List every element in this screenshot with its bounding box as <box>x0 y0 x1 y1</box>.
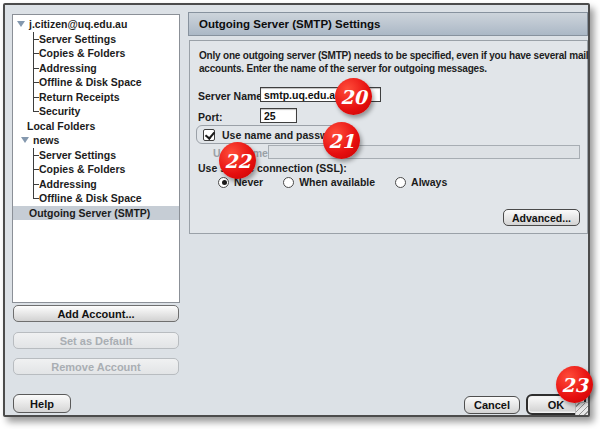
radio-unselected-icon[interactable] <box>283 177 294 188</box>
tree-item-news-root[interactable]: news <box>13 133 179 148</box>
disclosure-triangle-icon[interactable] <box>21 137 29 143</box>
ssl-option-label: Always <box>411 176 447 188</box>
panel-header: Outgoing Server (SMTP) Settings <box>188 12 588 36</box>
radio-selected-icon[interactable] <box>218 177 229 188</box>
tree-item-label: Addressing <box>39 178 97 190</box>
tree-item-label: j.citizen@uq.edu.au <box>29 18 127 30</box>
user-name-input <box>268 145 580 159</box>
server-name-label: Server Name: <box>198 90 266 102</box>
annotation-badge-23: 23 <box>556 366 593 403</box>
annotation-badge-21: 21 <box>323 122 360 159</box>
advanced-button[interactable]: Advanced... <box>503 209 580 226</box>
tree-item-label: Local Folders <box>27 120 95 132</box>
tree-item-label: Server Settings <box>39 149 116 161</box>
ssl-option-label: When available <box>299 176 375 188</box>
tree-item-label: Outgoing Server (SMTP) <box>29 207 150 219</box>
tree-item-news-server-settings[interactable]: Server Settings <box>13 148 179 163</box>
tree-item-label: Offline & Disk Space <box>39 76 142 88</box>
cancel-button[interactable]: Cancel <box>464 396 520 414</box>
tree-item-news-copies-folders[interactable]: Copies & Folders <box>13 162 179 177</box>
tree-item-label: Return Receipts <box>39 91 120 103</box>
tree-item-label: Copies & Folders <box>39 47 125 59</box>
tree-item-news-offline-disk-space[interactable]: Offline & Disk Space <box>13 191 179 206</box>
smtp-settings-group: Only one outgoing server (SMTP) needs to… <box>189 40 588 234</box>
tree-item-label: Copies & Folders <box>39 163 125 175</box>
ssl-radio-when-available[interactable]: When available <box>283 176 375 188</box>
panel-description: Only one outgoing server (SMTP) needs to… <box>199 50 583 75</box>
tree-item-security[interactable]: Security <box>13 104 179 119</box>
description-line-2: accounts. Enter the name of the server f… <box>199 63 583 76</box>
ssl-radio-group: Never When available Always <box>218 176 447 188</box>
account-settings-dialog: j.citizen@uq.edu.au Server Settings Copi… <box>3 3 590 417</box>
help-button[interactable]: Help <box>13 394 71 413</box>
tree-item-copies-folders[interactable]: Copies & Folders <box>13 46 179 61</box>
set-as-default-button: Set as Default <box>13 332 179 349</box>
tree-item-label: Addressing <box>39 62 97 74</box>
annotation-badge-22: 22 <box>219 142 256 179</box>
tree-item-return-receipts[interactable]: Return Receipts <box>13 90 179 105</box>
disclosure-triangle-icon[interactable] <box>17 21 25 27</box>
tree-item-label: Security <box>39 105 80 117</box>
accounts-tree: j.citizen@uq.edu.au Server Settings Copi… <box>12 14 180 303</box>
resize-grip[interactable] <box>575 402 588 415</box>
tree-item-outgoing-server-smtp-selected[interactable]: Outgoing Server (SMTP) <box>13 206 179 221</box>
tree-item-offline-disk-space[interactable]: Offline & Disk Space <box>13 75 179 90</box>
description-line-1: Only one outgoing server (SMTP) needs to… <box>199 50 583 63</box>
radio-unselected-icon[interactable] <box>395 177 406 188</box>
tree-item-local-folders[interactable]: Local Folders <box>13 119 179 134</box>
remove-account-button: Remove Account <box>13 358 179 375</box>
port-input[interactable] <box>260 108 297 123</box>
tree-item-label: news <box>33 134 59 146</box>
tree-item-label: Offline & Disk Space <box>39 192 142 204</box>
tree-item-label: Server Settings <box>39 33 116 45</box>
tree-item-addressing[interactable]: Addressing <box>13 61 179 76</box>
tree-item-news-addressing[interactable]: Addressing <box>13 177 179 192</box>
screenshot-stage: j.citizen@uq.edu.au Server Settings Copi… <box>0 0 600 429</box>
checkbox-checked-icon[interactable] <box>203 129 215 141</box>
port-label: Port: <box>198 111 223 123</box>
add-account-button[interactable]: Add Account... <box>13 305 179 322</box>
tree-item-account-root[interactable]: j.citizen@uq.edu.au <box>13 17 179 32</box>
ssl-radio-always[interactable]: Always <box>395 176 447 188</box>
annotation-badge-20: 20 <box>335 78 372 115</box>
tree-item-server-settings[interactable]: Server Settings <box>13 32 179 47</box>
